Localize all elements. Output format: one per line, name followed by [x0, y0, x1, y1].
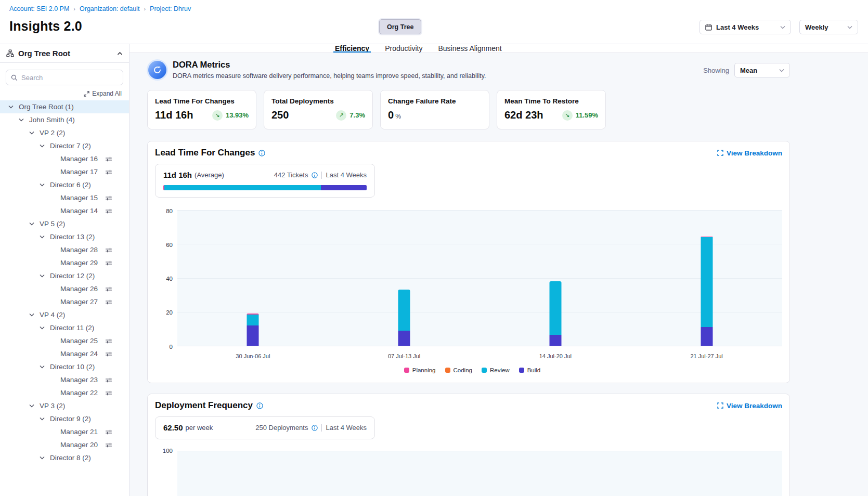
stacked-bar-3[interactable]	[549, 281, 561, 346]
legend-item-planning[interactable]: Planning	[404, 367, 436, 373]
sidebar-search[interactable]	[6, 70, 123, 85]
tree-item-director-12-2[interactable]: Director 12 (2)	[0, 269, 129, 282]
tree-item-manager-15[interactable]: Manager 15	[0, 191, 129, 204]
view-breakdown-link[interactable]: View Breakdown	[717, 402, 782, 410]
filters-icon[interactable]	[105, 377, 112, 383]
legend-label: Build	[527, 367, 541, 373]
summary-period: Last 4 Weeks	[326, 424, 367, 432]
metric-value: 250	[271, 109, 289, 121]
chevron-down-icon[interactable]	[8, 105, 16, 109]
tree-item-vp-5-2[interactable]: VP 5 (2)	[0, 217, 129, 230]
tree-item-manager-29[interactable]: Manager 29	[0, 256, 129, 269]
stacked-bar-2[interactable]	[398, 290, 410, 346]
tree-item-manager-20[interactable]: Manager 20	[0, 438, 129, 451]
chevron-down-icon[interactable]	[29, 131, 36, 135]
legend-item-review[interactable]: Review	[482, 367, 510, 373]
trend-badge: ↘ 11.59%	[562, 110, 598, 121]
dora-title: DORA Metrics	[173, 60, 703, 70]
filters-icon[interactable]	[105, 260, 112, 266]
aggregation-select[interactable]: Mean	[734, 63, 790, 77]
tree-item-manager-22[interactable]: Manager 22	[0, 386, 129, 399]
chevron-down-icon[interactable]	[40, 365, 47, 369]
metric-card-total-deployments[interactable]: Total Deployments 250 ↗ 7.3%	[264, 90, 373, 129]
chevron-down-icon[interactable]	[29, 313, 36, 317]
tree-item-vp-3-2[interactable]: VP 3 (2)	[0, 399, 129, 412]
filters-icon[interactable]	[105, 442, 112, 448]
filters-icon[interactable]	[105, 247, 112, 253]
tree-item-director-13-2[interactable]: Director 13 (2)	[0, 230, 129, 243]
chevron-down-icon[interactable]	[40, 274, 47, 278]
gridline	[177, 312, 782, 312]
view-breakdown-link[interactable]: View Breakdown	[717, 149, 782, 157]
filters-icon[interactable]	[105, 195, 112, 201]
breadcrumb-project-link[interactable]: Project: Dhruv	[150, 5, 191, 12]
chevron-down-icon[interactable]	[29, 222, 36, 226]
filters-icon[interactable]	[105, 299, 112, 305]
tree-item-manager-23[interactable]: Manager 23	[0, 373, 129, 386]
tree-item-director-6-2[interactable]: Director 6 (2)	[0, 178, 129, 191]
lead-time-chart: 020406080 30 Jun-06 Jul07 Jul-13 Jul14 J…	[162, 211, 782, 377]
breadcrumb-organization-link[interactable]: Organization: default	[80, 5, 139, 12]
info-icon[interactable]	[312, 425, 318, 431]
breadcrumb-separator: ›	[73, 6, 75, 12]
tree-item-manager-21[interactable]: Manager 21	[0, 425, 129, 438]
stacked-bar-1[interactable]	[247, 314, 259, 346]
chevron-down-icon[interactable]	[40, 235, 47, 239]
filters-icon[interactable]	[105, 351, 112, 357]
tab-efficiency[interactable]: Efficiency	[335, 44, 369, 53]
tree-item-director-11-2[interactable]: Director 11 (2)	[0, 321, 129, 334]
summary-value: 11d 16h	[163, 171, 192, 179]
filters-icon[interactable]	[105, 338, 112, 344]
tree-item-manager-25[interactable]: Manager 25	[0, 334, 129, 347]
info-icon[interactable]	[312, 172, 318, 178]
org-tree-toggle-button[interactable]: Org Tree	[379, 19, 421, 34]
chevron-down-icon[interactable]	[40, 326, 47, 330]
tree-item-director-9-2[interactable]: Director 9 (2)	[0, 412, 129, 425]
granularity-select[interactable]: Weekly	[799, 20, 858, 34]
date-range-select[interactable]: Last 4 Weeks	[699, 20, 791, 34]
chevron-down-icon[interactable]	[40, 183, 47, 187]
filters-icon[interactable]	[105, 169, 112, 175]
chevron-down-icon[interactable]	[19, 118, 26, 122]
date-range-value: Last 4 Weeks	[716, 23, 776, 31]
tree-item-director-8-2[interactable]: Director 8 (2)	[0, 451, 129, 464]
chevron-down-icon[interactable]	[40, 144, 47, 148]
tree-item-manager-16[interactable]: Manager 16	[0, 152, 129, 165]
tree-item-vp-4-2[interactable]: VP 4 (2)	[0, 308, 129, 321]
filters-icon[interactable]	[105, 208, 112, 214]
tree-item-john-smith-4[interactable]: John Smith (4)	[0, 113, 129, 126]
tree-item-vp-2-2[interactable]: VP 2 (2)	[0, 126, 129, 139]
tree-item-manager-27[interactable]: Manager 27	[0, 295, 129, 308]
tree-item-director-7-2[interactable]: Director 7 (2)	[0, 139, 129, 152]
metric-card-lead-time-for-changes[interactable]: Lead Time For Changes 11d 16h ↘ 13.93%	[147, 90, 256, 129]
tab-business-alignment[interactable]: Business Alignment	[438, 44, 502, 53]
chevron-down-icon[interactable]	[40, 417, 47, 421]
y-tick-label: 100	[163, 448, 173, 454]
metric-card-mean-time-to-restore[interactable]: Mean Time To Restore 62d 23h ↘ 11.59%	[497, 90, 606, 129]
metric-card-change-failure-rate[interactable]: Change Failure Rate 0%	[380, 90, 489, 129]
tree-item-manager-14[interactable]: Manager 14	[0, 204, 129, 217]
tab-productivity[interactable]: Productivity	[385, 44, 422, 53]
stacked-bar-4[interactable]	[701, 237, 712, 346]
legend-item-build[interactable]: Build	[519, 367, 541, 373]
chevron-down-icon[interactable]	[40, 456, 47, 460]
info-icon[interactable]	[258, 150, 265, 156]
tree-item-label: Director 13 (2)	[50, 233, 95, 241]
filters-icon[interactable]	[105, 429, 112, 435]
info-icon[interactable]	[256, 402, 263, 409]
tree-item-manager-17[interactable]: Manager 17	[0, 165, 129, 178]
tree-item-org-tree-root-1[interactable]: Org Tree Root (1)	[0, 100, 129, 113]
tree-item-director-10-2[interactable]: Director 10 (2)	[0, 360, 129, 373]
filters-icon[interactable]	[105, 390, 112, 396]
search-input[interactable]	[21, 74, 118, 82]
collapse-sidebar-chevron-up-icon[interactable]	[117, 51, 123, 56]
breadcrumb-account-link[interactable]: Account: SEI 2.0 PM	[9, 5, 69, 12]
tree-item-manager-26[interactable]: Manager 26	[0, 282, 129, 295]
tree-item-manager-28[interactable]: Manager 28	[0, 243, 129, 256]
filters-icon[interactable]	[105, 286, 112, 292]
legend-item-coding[interactable]: Coding	[445, 367, 472, 373]
tree-item-manager-24[interactable]: Manager 24	[0, 347, 129, 360]
filters-icon[interactable]	[105, 156, 112, 162]
expand-all-button[interactable]: Expand All	[0, 90, 122, 97]
chevron-down-icon[interactable]	[29, 404, 36, 408]
